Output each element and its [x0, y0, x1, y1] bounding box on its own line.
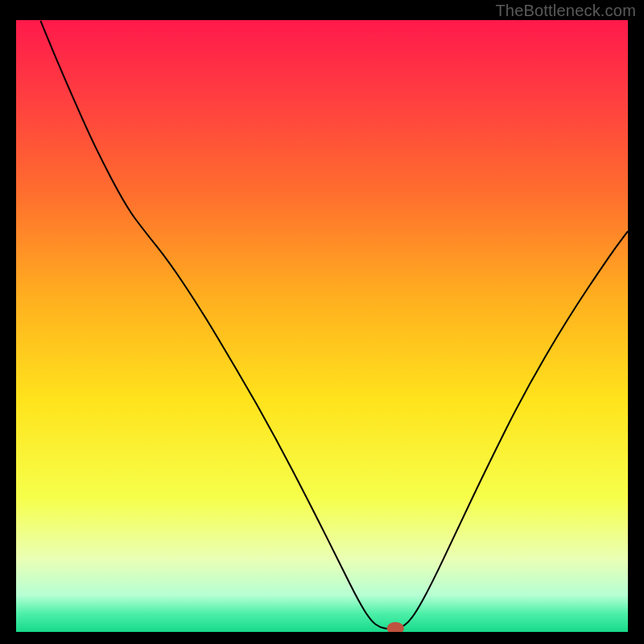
- app-frame: TheBottleneck.com: [0, 0, 644, 644]
- watermark: TheBottleneck.com: [495, 2, 636, 20]
- chart-container: [16, 20, 628, 632]
- gradient-background: [16, 20, 628, 632]
- bottleneck-chart: [16, 20, 628, 632]
